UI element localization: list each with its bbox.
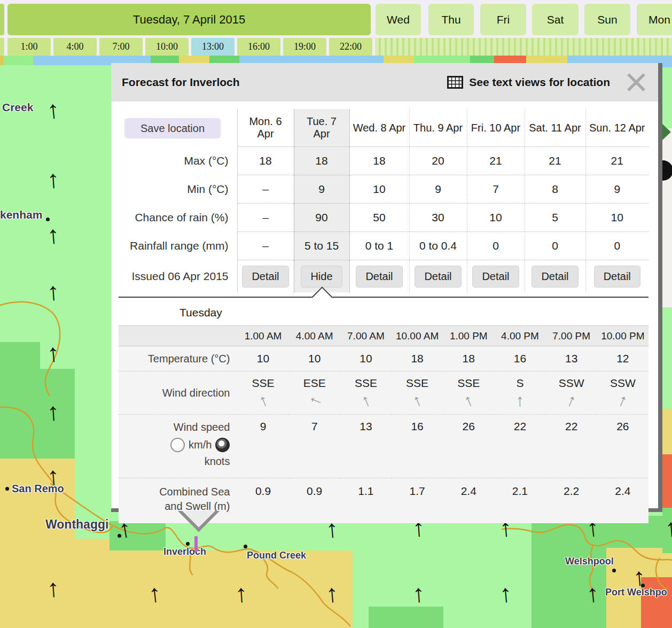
wind-speed-value: 22 xyxy=(494,415,545,478)
town-dot xyxy=(612,569,616,572)
time-cell-1600[interactable]: 16:00 xyxy=(237,38,280,56)
time-cell-1000[interactable]: 10:00 xyxy=(145,38,189,56)
time-cell-2200[interactable]: 22:00 xyxy=(329,38,372,56)
hour-header: 10.00 AM xyxy=(392,326,443,346)
map-label-creek: Creek xyxy=(2,101,33,114)
town-dot xyxy=(118,534,121,538)
town-dot xyxy=(244,545,247,548)
day-detail-heading: Tuesday xyxy=(179,306,658,319)
max-value: 18 xyxy=(294,147,349,175)
temperature-value: 16 xyxy=(494,346,545,371)
hour-header-row: 1.00 AM 4.00 AM 7.00 AM 10.00 AM 1.00 PM… xyxy=(119,326,648,346)
col-header-mon: Mon. 6 Apr xyxy=(237,109,294,147)
row-label-temperature: Temperature (°C) xyxy=(119,346,237,371)
day-tab-mon[interactable]: Mon xyxy=(637,4,672,35)
hour-header: 1.00 AM xyxy=(237,326,288,346)
col-header-tue-selected: Tue. 7 Apr xyxy=(294,109,349,147)
wind-speed-value: 9 xyxy=(237,415,288,478)
kmh-label: km/h xyxy=(189,438,212,452)
detail-button-sat[interactable]: Detail xyxy=(532,266,578,288)
wind-arrow-icon xyxy=(46,97,61,122)
hide-button-tue[interactable]: Hide xyxy=(301,266,342,288)
detail-button-fri[interactable]: Detail xyxy=(472,266,519,288)
sea-swell-value: 0.9 xyxy=(237,478,288,524)
wind-direction-value: SSE xyxy=(355,377,377,389)
issued-label: Issued 06 Apr 2015 xyxy=(119,260,237,293)
hour-header: 1.00 PM xyxy=(443,326,494,346)
map-label-welshpool: Welshpool xyxy=(565,556,614,567)
max-value: 21 xyxy=(585,147,648,175)
min-value: 9 xyxy=(409,175,467,204)
popup-title: Forecast for Inverloch xyxy=(122,76,240,89)
close-icon[interactable] xyxy=(624,70,648,95)
row-label-min: Min (°C) xyxy=(119,175,237,204)
sea-swell-value: 1.1 xyxy=(340,478,392,524)
detail-button-thu[interactable]: Detail xyxy=(415,266,461,288)
time-cell-0400[interactable]: 4:00 xyxy=(53,38,97,56)
chance-value: 10 xyxy=(467,204,525,232)
min-temp-row: Min (°C) – 9 10 9 7 8 9 xyxy=(119,175,648,204)
hour-header: 7.00 PM xyxy=(546,326,597,346)
hour-header: 10.00 PM xyxy=(597,326,648,346)
day-tab-thu[interactable]: Thu xyxy=(428,4,474,35)
temperature-value: 10 xyxy=(340,346,392,371)
day-tab-previous-partial[interactable] xyxy=(0,4,4,35)
temperature-value: 10 xyxy=(237,346,288,371)
wind-speed-value: 26 xyxy=(597,415,648,478)
detail-button-sun[interactable]: Detail xyxy=(594,266,640,288)
detail-button-wed[interactable]: Detail xyxy=(356,266,402,288)
wind-direction-value: SSE xyxy=(252,377,275,389)
row-label-sea-swell-1: Combined Sea xyxy=(119,485,230,499)
chance-value: 30 xyxy=(409,204,467,232)
chance-of-rain-row: Chance of rain (%) – 90 50 30 10 5 10 xyxy=(119,204,648,232)
row-label-wind-speed: Wind speed xyxy=(119,420,230,435)
day-tab-fri[interactable]: Fri xyxy=(480,4,526,35)
rainfall-value: 0 xyxy=(585,232,648,260)
max-value: 21 xyxy=(467,147,525,175)
wind-direction-row: Wind direction SSE ESE SSE SSE SSE S SSW… xyxy=(119,371,648,415)
sea-swell-value: 2.1 xyxy=(494,478,545,524)
time-cell-0700[interactable]: 7:00 xyxy=(99,38,143,56)
hourly-detail-table: 1.00 AM 4.00 AM 7.00 AM 10.00 AM 1.00 PM… xyxy=(119,325,648,523)
rainfall-value: 0 xyxy=(467,232,525,260)
time-cell-1300-selected[interactable]: 13:00 xyxy=(191,38,235,56)
wind-speed-value: 13 xyxy=(340,415,392,478)
meteye-screen: Creek kenham San Remo Wonthaggi Inverloc… xyxy=(0,0,672,628)
map-next-arrow-icon[interactable] xyxy=(662,124,671,140)
wind-arrow-icon xyxy=(147,580,162,606)
kmh-radio[interactable] xyxy=(170,438,185,452)
table-grid-icon xyxy=(447,76,463,89)
selected-day-button[interactable]: Tuesday, 7 April 2015 xyxy=(7,4,371,35)
chance-value: 10 xyxy=(585,204,648,232)
forecast-header-row: Save location Mon. 6 Apr Tue. 7 Apr Wed.… xyxy=(119,109,648,147)
detail-button-mon[interactable]: Detail xyxy=(242,266,288,288)
col-header-wed: Wed. 8 Apr xyxy=(349,109,409,147)
min-value: 8 xyxy=(525,175,585,204)
wind-arrow-icon xyxy=(234,580,248,606)
save-location-button[interactable]: Save location xyxy=(124,118,221,138)
hour-header: 4.00 PM xyxy=(494,326,545,346)
wind-arrow-icon xyxy=(46,340,60,366)
knots-radio[interactable] xyxy=(215,438,230,452)
map-label-kenham: kenham xyxy=(0,208,42,221)
map-label-san-remo: San Remo xyxy=(12,483,64,495)
wind-direction-arrow-icon xyxy=(564,391,579,410)
wind-speed-value: 26 xyxy=(443,415,494,478)
rainfall-value: 0 to 0.4 xyxy=(409,232,467,260)
max-value: 18 xyxy=(237,147,294,175)
day-tab-wed[interactable]: Wed xyxy=(376,4,421,35)
town-dot xyxy=(5,487,9,491)
time-strip-future-days[interactable] xyxy=(375,38,672,56)
day-tab-sun[interactable]: Sun xyxy=(584,4,630,35)
popup-tail xyxy=(172,511,225,542)
text-views-link[interactable]: See text views for location xyxy=(447,76,610,89)
time-cell-previous-partial[interactable] xyxy=(0,38,4,56)
row-label-wind-direction: Wind direction xyxy=(119,371,237,415)
date-time-bar: Tuesday, 7 April 2015 Wed Thu Fri Sat Su… xyxy=(0,0,672,56)
hour-header: 7.00 AM xyxy=(340,326,392,346)
day-tab-sat[interactable]: Sat xyxy=(532,4,579,35)
detail-buttons-row: Issued 06 Apr 2015 Detail Hide Detail De… xyxy=(119,260,648,293)
time-cell-1900[interactable]: 19:00 xyxy=(283,38,326,56)
time-cell-0100[interactable]: 1:00 xyxy=(7,38,51,56)
temperature-value: 13 xyxy=(546,346,597,371)
